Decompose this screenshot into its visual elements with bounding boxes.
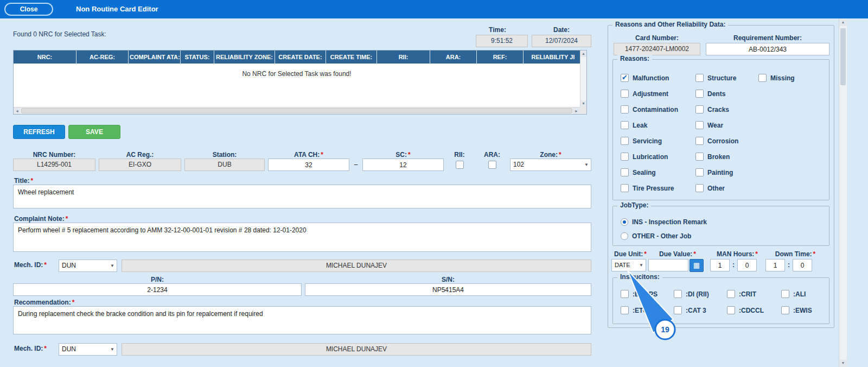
required-asterisk: *	[321, 151, 323, 159]
checkbox-label: :EWIS	[793, 307, 812, 314]
checkbox-label: Adjustment	[633, 90, 668, 98]
scroll-up-icon[interactable]: ▲	[580, 50, 586, 57]
reason-checkbox-leak[interactable]: ✔Leak	[621, 121, 647, 129]
vertical-scroll-thumb[interactable]	[840, 28, 846, 85]
col-header-complaint-ata[interactable]: COMPLAINT ATA:	[129, 50, 181, 64]
reason-checkbox-painting[interactable]: ✔Painting	[695, 168, 733, 176]
checkbox-label: :CRIT	[739, 290, 756, 298]
jobtype-radio-other[interactable]: OTHER - Other Job	[621, 232, 691, 240]
reason-checkbox-sealing[interactable]: ✔Sealing	[621, 168, 656, 176]
reason-checkbox-cracks[interactable]: ✔Cracks	[695, 105, 729, 113]
zone-label: Zone:*	[510, 151, 591, 159]
reason-checkbox-lubrication[interactable]: ✔Lubrication	[621, 153, 668, 161]
reason-checkbox-servicing[interactable]: ✔Servicing	[621, 137, 662, 145]
sn-input[interactable]	[305, 283, 591, 296]
instruction-checkbox-cdccl[interactable]: ✔:CDCCL	[727, 306, 764, 314]
title-textbox[interactable]: Wheel replacement	[13, 185, 591, 208]
instruction-checkbox-crit[interactable]: ✔:CRIT	[727, 290, 756, 298]
rii-checkbox[interactable]: ✔	[456, 161, 464, 169]
reasons-legend: Reasons:	[617, 55, 652, 62]
table-vertical-scrollbar[interactable]: ▲ ▼	[580, 50, 586, 107]
recommendation-textbox[interactable]: During replacement check the bracke cond…	[13, 306, 591, 334]
col-header-ara[interactable]: ARA:	[430, 50, 477, 64]
checkbox-label: Contamination	[633, 106, 678, 113]
page-vertical-scrollbar[interactable]: ▲ ▼	[839, 18, 847, 367]
checkbox: ✔	[695, 105, 704, 113]
zone-select[interactable]: 102▼	[510, 159, 591, 171]
complaint-note-textbox[interactable]: Perform wheel # 5 replacement according …	[13, 223, 591, 252]
reason-checkbox-contamination[interactable]: ✔Contamination	[621, 105, 678, 113]
col-header-nrc[interactable]: NRC:	[14, 50, 76, 64]
scroll-right-icon[interactable]: ►	[573, 107, 580, 114]
jobtype-radio-ins[interactable]: INS - Inspection Remark	[621, 218, 707, 226]
down-time-hours-input[interactable]	[765, 259, 785, 271]
mech-id-select-2[interactable]: DUN▼	[59, 343, 117, 356]
col-header-ref[interactable]: REF:	[477, 50, 524, 64]
checkbox: ✔	[695, 90, 704, 98]
scroll-down-icon[interactable]: ▼	[839, 359, 847, 367]
chevron-down-icon: ▼	[110, 347, 114, 352]
requirement-number-input[interactable]	[706, 43, 829, 55]
man-hours-hours-input[interactable]	[710, 259, 730, 271]
col-header-create-date[interactable]: CREATE DATE:	[275, 50, 326, 64]
checkbox-label: Painting	[707, 169, 733, 176]
jobtype-legend: JobType:	[617, 201, 651, 209]
reason-checkbox-corrosion[interactable]: ✔Corrosion	[695, 137, 738, 145]
refresh-button[interactable]: REFRESH	[13, 125, 65, 139]
col-header-reliability-jic[interactable]: RELIABILITY JI	[524, 50, 580, 64]
checkbox-label: :ETOPS	[633, 307, 656, 314]
reason-checkbox-wear[interactable]: ✔Wear	[695, 121, 723, 129]
due-unit-select[interactable]: DATE▼	[611, 259, 646, 271]
sc-input[interactable]	[362, 159, 444, 171]
reason-checkbox-broken[interactable]: ✔Broken	[695, 153, 730, 161]
close-button[interactable]: Close	[4, 3, 53, 16]
chevron-down-icon: ▼	[584, 163, 589, 167]
empty-table-message: No NRC for Selected Task was found!	[14, 70, 580, 78]
calendar-button[interactable]: ▦	[690, 259, 704, 272]
ara-checkbox[interactable]: ✔	[488, 161, 496, 169]
checkbox-label: :EROPS	[633, 290, 658, 298]
checkbox: ✔	[727, 306, 735, 314]
man-hours-minutes-input[interactable]	[737, 259, 757, 271]
instruction-checkbox-etops[interactable]: ✔:ETOPS	[621, 306, 656, 314]
pn-input[interactable]	[13, 283, 302, 296]
scroll-up-icon[interactable]: ▲	[839, 18, 847, 26]
reason-checkbox-malfunction[interactable]: ✔Malfunction	[621, 74, 669, 82]
horizontal-scroll-thumb[interactable]	[21, 108, 572, 113]
reason-checkbox-structure[interactable]: ✔Structure	[695, 74, 736, 82]
due-value-input[interactable]	[648, 259, 688, 271]
col-header-create-time[interactable]: CREATE TIME:	[326, 50, 377, 64]
ata-ch-input[interactable]	[268, 159, 349, 171]
card-number-field: 1477-202407-LM0002	[614, 43, 700, 55]
reason-checkbox-dents[interactable]: ✔Dents	[695, 90, 725, 98]
checkbox-label: :DI (RII)	[686, 290, 709, 298]
instruction-checkbox-ali[interactable]: ✔:ALI	[781, 290, 806, 298]
man-hours-label: MAN Hours:*	[709, 250, 765, 258]
ac-reg-label: AC Reg.:	[99, 151, 181, 159]
time-value: 9:51:52	[476, 35, 528, 47]
mech-id-select[interactable]: DUN▼	[59, 260, 117, 272]
checkbox: ✔	[621, 153, 629, 161]
reason-checkbox-other[interactable]: ✔Other	[695, 184, 725, 192]
table-horizontal-scrollbar[interactable]: ◄ ►	[14, 107, 580, 114]
date-value: 12/07/2024	[532, 35, 591, 47]
col-header-ac-reg[interactable]: AC-REG:	[76, 50, 129, 64]
scroll-down-icon[interactable]: ▼	[580, 100, 586, 107]
checkbox-label: :CDCCL	[739, 307, 764, 314]
instruction-checkbox-erops[interactable]: ✔:EROPS	[621, 290, 658, 298]
col-header-reliability-zone[interactable]: RELIABILITY ZONE:	[214, 50, 275, 64]
col-header-rii[interactable]: RII:	[377, 50, 430, 64]
instruction-checkbox-di-rii[interactable]: ✔:DI (RII)	[674, 290, 709, 298]
instruction-checkbox-cat3[interactable]: ✔:CAT 3	[674, 306, 706, 314]
save-button[interactable]: SAVE	[68, 125, 120, 139]
sn-label: S/N:	[305, 276, 591, 283]
ata-ch-label: ATA CH:*	[268, 151, 349, 159]
checkbox: ✔	[695, 121, 704, 129]
instruction-checkbox-ewis[interactable]: ✔:EWIS	[781, 306, 812, 314]
reason-checkbox-tire-pressure[interactable]: ✔Tire Pressure	[621, 184, 674, 192]
down-time-minutes-input[interactable]	[793, 259, 812, 271]
col-header-status[interactable]: STATUS:	[181, 50, 214, 64]
scroll-left-icon[interactable]: ◄	[14, 107, 21, 114]
reason-checkbox-adjustment[interactable]: ✔Adjustment	[621, 90, 668, 98]
reason-checkbox-missing[interactable]: ✔Missing	[758, 74, 795, 82]
